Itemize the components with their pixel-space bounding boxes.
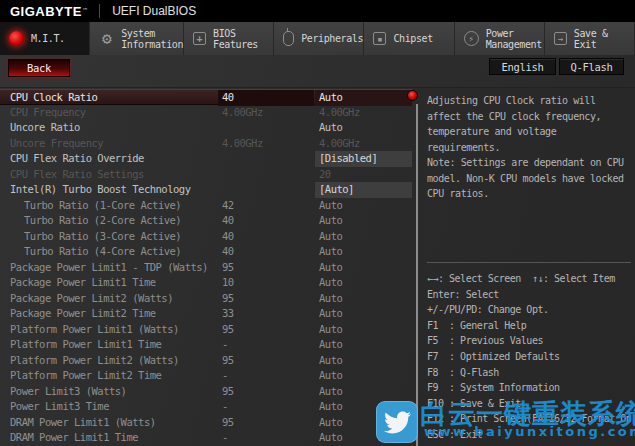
tab-peripherals[interactable]: Peripherals bbox=[274, 22, 364, 55]
setting-row[interactable]: Power Limit3 Time - Auto bbox=[0, 399, 412, 415]
setting-current-value: 40 bbox=[218, 229, 314, 245]
setting-row[interactable]: Turbo Ratio (1-Core Active) 42 Auto bbox=[0, 198, 412, 214]
hotkey-line: F7 : Optimized Defaults bbox=[427, 349, 631, 365]
help-panel: Adjusting CPU Clock ratio will affect th… bbox=[422, 88, 635, 446]
setting-label: Turbo Ratio (3-Core Active) bbox=[24, 229, 181, 245]
setting-option-value: Auto bbox=[315, 198, 412, 214]
setting-row[interactable]: Package Power Limit1 - TDP (Watts) 95 Au… bbox=[0, 260, 412, 276]
setting-current-value: 4.00GHz bbox=[218, 136, 314, 152]
setting-current-value: 33 bbox=[218, 306, 314, 322]
setting-label: Turbo Ratio (4-Core Active) bbox=[24, 244, 181, 260]
setting-row[interactable]: Platform Power Limit2 Time - Auto bbox=[0, 368, 412, 384]
setting-row[interactable]: Power Limit3 (Watts) 95 Auto bbox=[0, 384, 412, 400]
gear-icon bbox=[99, 31, 114, 46]
setting-row[interactable]: DRAM Power Limit1 (Watts) 95 Auto bbox=[0, 415, 412, 431]
setting-current-value: - bbox=[218, 430, 314, 446]
setting-label: Power Limit3 (Watts) bbox=[10, 384, 126, 400]
setting-label: Package Power Limit1 Time bbox=[10, 275, 156, 291]
setting-label: Platform Power Limit1 Time bbox=[10, 337, 161, 353]
setting-option-value: Auto bbox=[315, 291, 412, 307]
tab-mit[interactable]: M.I.T. bbox=[0, 22, 90, 55]
language-button[interactable]: English bbox=[489, 58, 556, 75]
setting-option-value: Auto bbox=[315, 337, 412, 353]
setting-row[interactable]: CPU Frequency 4.00GHz 4.00GHz bbox=[0, 105, 412, 121]
help-description: Adjusting CPU Clock ratio will affect th… bbox=[427, 93, 631, 262]
hotkey-line: F1 : General Help bbox=[427, 318, 631, 334]
setting-row[interactable]: Turbo Ratio (4-Core Active) 40 Auto bbox=[0, 244, 412, 260]
qflash-button[interactable]: Q-Flash bbox=[559, 58, 624, 75]
back-button[interactable]: Back bbox=[8, 59, 70, 77]
scrollbar[interactable] bbox=[416, 104, 418, 446]
setting-option-value: [Auto] bbox=[315, 182, 412, 198]
tab-chipset[interactable]: Chipset bbox=[364, 22, 454, 55]
tab-bar: M.I.T. System Information BIOS Features … bbox=[0, 22, 635, 55]
setting-current-value: 95 bbox=[218, 322, 314, 338]
watermark-overlay: 白云一键重装系统 www.baiyunxitong.com bbox=[376, 401, 635, 443]
setting-label: Turbo Ratio (2-Core Active) bbox=[24, 213, 181, 229]
setting-label: Intel(R) Turbo Boost Technology bbox=[10, 182, 190, 198]
setting-row[interactable]: Package Power Limit2 (Watts) 95 Auto bbox=[0, 291, 412, 307]
setting-row[interactable]: CPU Clock Ratio 40 Auto bbox=[0, 89, 412, 105]
setting-row[interactable]: Uncore Ratio Auto bbox=[0, 120, 412, 136]
title-separator bbox=[99, 4, 100, 18]
tab-save-exit[interactable]: Save & Exit bbox=[545, 22, 635, 55]
setting-label: Package Power Limit2 Time bbox=[10, 306, 156, 322]
setting-label: CPU Frequency bbox=[10, 105, 86, 121]
setting-label: Power Limit3 Time bbox=[10, 399, 109, 415]
tab-power-management[interactable]: Power Management bbox=[455, 22, 545, 55]
setting-option-value: 4.00GHz bbox=[315, 136, 412, 152]
setting-row[interactable]: Turbo Ratio (3-Core Active) 40 Auto bbox=[0, 229, 412, 245]
setting-option-value: Auto bbox=[315, 260, 412, 276]
hotkey-line: F9 : System Information bbox=[427, 380, 631, 396]
setting-row[interactable]: Uncore Frequency 4.00GHz 4.00GHz bbox=[0, 136, 412, 152]
setting-label: Platform Power Limit2 (Watts) bbox=[10, 353, 179, 369]
setting-current-value: 42 bbox=[218, 198, 314, 214]
setting-label: Package Power Limit1 - TDP (Watts) bbox=[10, 260, 208, 276]
settings-list: CPU Clock Ratio 40 Auto CPU Frequency 4.… bbox=[0, 89, 412, 446]
setting-label: CPU Flex Ratio Override bbox=[10, 151, 144, 167]
setting-option-value: Auto bbox=[315, 120, 412, 136]
setting-current-value: 4.00GHz bbox=[218, 105, 314, 121]
setting-option-value: Auto bbox=[315, 368, 412, 384]
setting-row[interactable]: Platform Power Limit1 (Watts) 95 Auto bbox=[0, 322, 412, 338]
hotkey-line: Enter: Select bbox=[427, 287, 631, 303]
watermark-text: 白云一键重装系统 www.baiyunxitong.com bbox=[420, 401, 635, 439]
setting-option-value: Auto bbox=[315, 353, 412, 369]
setting-current-value: 40 bbox=[218, 213, 314, 229]
peripherals-icon bbox=[283, 31, 294, 46]
trademark-symbol: ™ bbox=[83, 7, 87, 15]
setting-row[interactable]: Package Power Limit1 Time 10 Auto bbox=[0, 275, 412, 291]
setting-row[interactable]: Platform Power Limit1 Time - Auto bbox=[0, 337, 412, 353]
hotkey-line: F8 : Q-Flash bbox=[427, 365, 631, 381]
tab-system-information[interactable]: System Information bbox=[90, 22, 184, 55]
setting-current-value: 10 bbox=[218, 275, 314, 291]
setting-row[interactable]: Intel(R) Turbo Boost Technology [Auto] bbox=[0, 182, 412, 198]
setting-option-value: Auto bbox=[315, 244, 412, 260]
setting-current-value: 95 bbox=[218, 384, 314, 400]
setting-label: Uncore Frequency bbox=[10, 136, 103, 152]
bios-setup-screen: GIGABYTE™ UEFI DualBIOS M.I.T. System In… bbox=[0, 0, 635, 446]
setting-current-value: 95 bbox=[218, 260, 314, 276]
setting-current-value: 40 bbox=[218, 90, 314, 106]
tab-bios-features[interactable]: BIOS Features bbox=[184, 22, 274, 55]
setting-current-value: 95 bbox=[218, 353, 314, 369]
setting-label: CPU Flex Ratio Settings bbox=[10, 167, 144, 183]
setting-option-value: Auto bbox=[315, 384, 412, 400]
title-bar: GIGABYTE™ UEFI DualBIOS bbox=[0, 0, 635, 22]
setting-label: Platform Power Limit2 Time bbox=[10, 368, 161, 384]
setting-row[interactable]: CPU Flex Ratio Override [Disabled] bbox=[0, 151, 412, 167]
setting-current-value: 95 bbox=[218, 291, 314, 307]
setting-current-value: - bbox=[218, 368, 314, 384]
twitter-bird-icon[interactable] bbox=[376, 401, 418, 443]
power-icon bbox=[464, 31, 479, 46]
setting-option-value: Auto bbox=[315, 275, 412, 291]
setting-row[interactable]: Turbo Ratio (2-Core Active) 40 Auto bbox=[0, 213, 412, 229]
setting-row[interactable]: DRAM Power Limit1 Time - Auto bbox=[0, 430, 412, 446]
setting-row[interactable]: Package Power Limit2 Time 33 Auto bbox=[0, 306, 412, 322]
bios-chip-icon bbox=[193, 32, 206, 45]
gigabyte-logo: GIGABYTE bbox=[10, 4, 82, 19]
setting-label: Package Power Limit2 (Watts) bbox=[10, 291, 173, 307]
setting-row[interactable]: CPU Flex Ratio Settings 20 bbox=[0, 167, 412, 183]
setting-row[interactable]: Platform Power Limit2 (Watts) 95 Auto bbox=[0, 353, 412, 369]
scroll-indicator-red-dot bbox=[407, 90, 418, 101]
